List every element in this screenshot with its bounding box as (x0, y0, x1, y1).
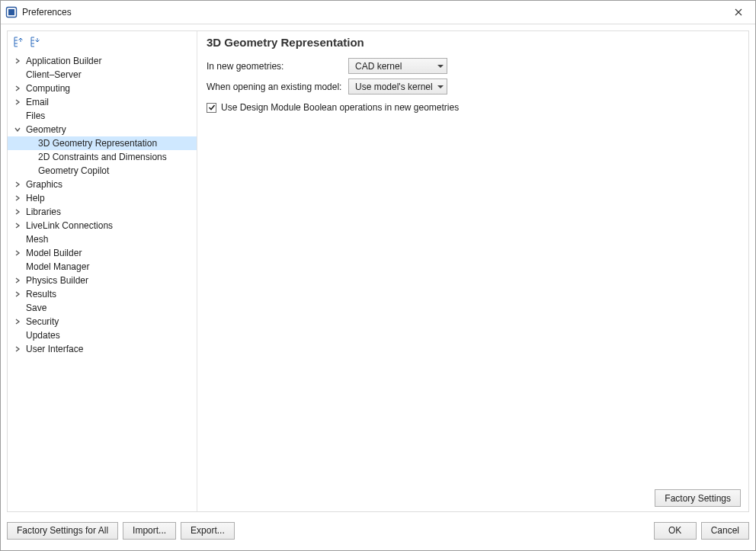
footer: Factory Settings for All Import... Expor… (7, 512, 749, 544)
combo-value: Use model's kernel (355, 82, 433, 92)
chevron-right-icon[interactable] (12, 97, 23, 107)
tree-item-label: Physics Builder (26, 274, 88, 287)
tree-item[interactable]: Libraries (8, 205, 197, 219)
svg-rect-1 (8, 9, 14, 15)
tree-item[interactable]: Results (8, 287, 197, 301)
tree-item-label: Results (26, 287, 56, 301)
tree-item-label: Files (26, 109, 45, 123)
tree-item[interactable]: Mesh (8, 232, 197, 246)
client-area: Application BuilderClient–ServerComputin… (1, 24, 755, 550)
tree-item-label: Model Builder (26, 246, 82, 260)
sidebar-toolbar (8, 31, 197, 53)
tree-item[interactable]: Updates (8, 328, 197, 342)
tree-item-label: Computing (26, 82, 70, 95)
tree-item[interactable]: Model Manager (8, 260, 197, 274)
checkbox-use-design-boolean[interactable] (207, 103, 216, 113)
label-opening-existing: When opening an existing model: (207, 82, 348, 92)
tree-item-label: User Interface (26, 342, 83, 356)
tree-item-label: Geometry Copilot (38, 164, 109, 178)
factory-settings-all-button[interactable]: Factory Settings for All (7, 522, 118, 540)
preferences-window: Preferences (0, 0, 756, 551)
factory-settings-button[interactable]: Factory Settings (655, 489, 741, 507)
tree-item-label: Updates (26, 328, 60, 342)
cancel-button[interactable]: Cancel (701, 522, 749, 540)
chevron-down-icon (437, 85, 444, 88)
tree-item[interactable]: 2D Constraints and Dimensions (8, 150, 197, 164)
tree-item-label: Help (26, 191, 45, 205)
tree-item-label: Graphics (26, 178, 62, 191)
expand-all-icon[interactable] (12, 36, 24, 48)
tree-item-label: Model Manager (26, 260, 89, 274)
tree-item[interactable]: Security (8, 315, 197, 328)
checkbox-label: Use Design Module Boolean operations in … (221, 102, 459, 113)
factory-settings-bar: Factory Settings (207, 489, 741, 507)
tree-item[interactable]: LiveLink Connections (8, 219, 197, 232)
upper-panel: Application BuilderClient–ServerComputin… (7, 30, 749, 512)
tree-item[interactable]: Help (8, 191, 197, 205)
app-icon (5, 6, 18, 18)
tree-item-label: Mesh (26, 232, 48, 246)
combo-value: CAD kernel (355, 61, 402, 72)
row-use-design-boolean: Use Design Module Boolean operations in … (207, 102, 741, 113)
chevron-right-icon[interactable] (12, 289, 23, 300)
chevron-right-icon[interactable] (12, 179, 23, 190)
tree-item[interactable]: Computing (8, 82, 197, 95)
combo-opening-existing[interactable]: Use model's kernel (348, 78, 447, 95)
tree-item[interactable]: Physics Builder (8, 274, 197, 287)
tree-item-label: LiveLink Connections (26, 219, 113, 232)
import-button[interactable]: Import... (123, 522, 176, 540)
chevron-right-icon[interactable] (12, 207, 23, 217)
tree-item-label: 2D Constraints and Dimensions (38, 150, 167, 164)
window-title: Preferences (22, 7, 72, 18)
tree-item[interactable]: Geometry (8, 123, 197, 136)
tree-item-label: Application Builder (26, 54, 101, 68)
tree-item[interactable]: Model Builder (8, 246, 197, 260)
tree-item[interactable]: User Interface (8, 342, 197, 356)
chevron-right-icon[interactable] (12, 248, 23, 258)
chevron-right-icon[interactable] (12, 344, 23, 354)
tree-item[interactable]: Application Builder (8, 54, 197, 68)
tree-item-label: Client–Server (26, 68, 82, 82)
sidebar-tree[interactable]: Application BuilderClient–ServerComputin… (8, 53, 197, 511)
sidebar: Application BuilderClient–ServerComputin… (8, 31, 197, 511)
combo-in-new-geometries[interactable]: CAD kernel (348, 58, 447, 74)
tree-item-label: Libraries (26, 205, 61, 219)
tree-item-label: Geometry (26, 123, 66, 136)
page-title: 3D Geometry Representation (207, 36, 741, 49)
tree-item[interactable]: Save (8, 301, 197, 315)
close-button[interactable] (722, 1, 755, 24)
tree-item[interactable]: 3D Geometry Representation (8, 136, 197, 150)
chevron-right-icon[interactable] (12, 83, 23, 94)
titlebar: Preferences (1, 1, 755, 24)
row-opening-existing: When opening an existing model: Use mode… (207, 78, 741, 95)
collapse-all-icon[interactable] (29, 36, 41, 48)
row-in-new-geometries: In new geometries: CAD kernel (207, 58, 741, 74)
tree-item[interactable]: Client–Server (8, 68, 197, 82)
export-button[interactable]: Export... (181, 522, 235, 540)
ok-button[interactable]: OK (654, 522, 697, 540)
tree-item-label: 3D Geometry Representation (38, 136, 157, 150)
content-panel: 3D Geometry Representation In new geomet… (203, 31, 748, 511)
chevron-right-icon[interactable] (12, 275, 23, 286)
label-in-new-geometries: In new geometries: (207, 61, 348, 72)
tree-item-label: Save (26, 301, 46, 315)
chevron-right-icon[interactable] (12, 316, 23, 327)
tree-item-label: Email (26, 95, 49, 109)
tree-item[interactable]: Geometry Copilot (8, 164, 197, 178)
tree-item[interactable]: Files (8, 109, 197, 123)
tree-item-label: Security (26, 315, 59, 328)
tree-item[interactable]: Graphics (8, 178, 197, 191)
chevron-right-icon[interactable] (12, 56, 23, 66)
chevron-right-icon[interactable] (12, 220, 23, 231)
chevron-down-icon[interactable] (12, 124, 23, 135)
tree-item[interactable]: Email (8, 95, 197, 109)
chevron-down-icon (437, 65, 444, 68)
chevron-right-icon[interactable] (12, 193, 23, 203)
